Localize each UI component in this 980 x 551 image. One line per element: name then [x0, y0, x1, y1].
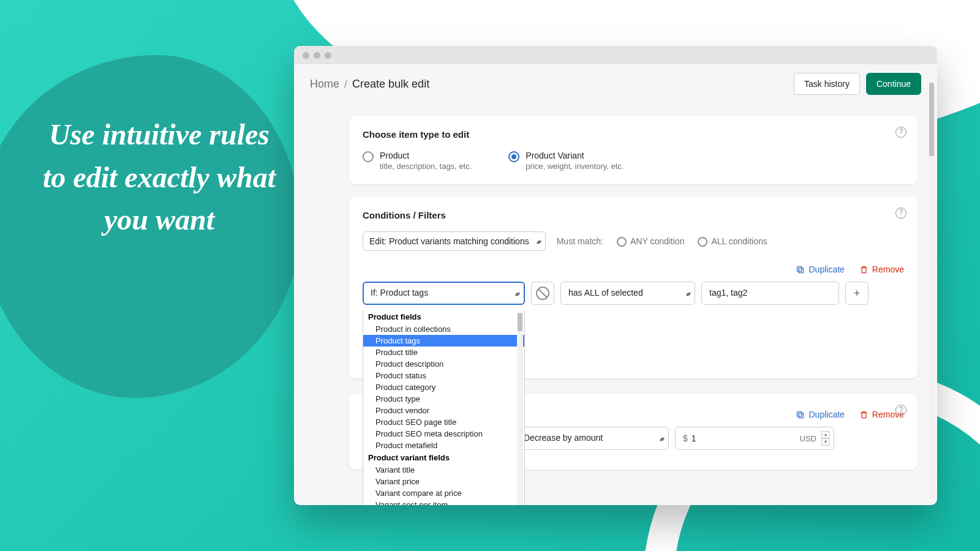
svg-rect-2 [799, 413, 804, 418]
continue-button[interactable]: Continue [866, 73, 921, 95]
item-type-title: Choose item type to edit [363, 129, 904, 140]
remove-button[interactable]: Remove [859, 264, 904, 274]
condition-value-input[interactable]: tag1, tag2 [701, 282, 839, 305]
dropdown-option[interactable]: Product in collections [363, 323, 524, 335]
dropdown-option[interactable]: Product title [363, 347, 524, 358]
page-content: ? Choose item type to edit Product title… [294, 116, 937, 489]
updown-caret-icon: ▴▾ [515, 290, 519, 297]
amount-value: 1 [692, 433, 696, 443]
dropdown-option[interactable]: Product SEO meta description [363, 428, 524, 440]
radio-label: Product Variant [526, 151, 624, 160]
radio-item-product[interactable]: Product title, description, tags, etc. [363, 151, 472, 171]
edit-scope-select[interactable]: Edit: Product variants matching conditio… [363, 231, 546, 251]
dropdown-group-header: Product fields [363, 310, 524, 323]
conditions-title: Conditions / Filters [363, 210, 904, 220]
dropdown-group-header: Product variant fields [363, 451, 524, 464]
remove-label: Remove [872, 264, 904, 274]
add-condition-button[interactable]: + [845, 282, 869, 305]
condition-field-dropdown[interactable]: Product fieldsProduct in collectionsProd… [363, 310, 525, 505]
trash-icon [859, 410, 869, 419]
edit-scope-value: Product variants matching conditions [389, 236, 529, 246]
app-window: Home / Create bulk edit Task history Con… [294, 46, 937, 505]
number-spinner[interactable]: ▴ ▾ [821, 431, 830, 446]
task-history-button[interactable]: Task history [794, 73, 860, 95]
dropdown-option[interactable]: Variant cost per item [363, 499, 524, 505]
breadcrumb-current: Create bulk edit [352, 78, 429, 90]
dropdown-option[interactable]: Product vendor [363, 405, 524, 416]
dropdown-option[interactable]: Variant price [363, 476, 524, 487]
radio-label: ANY condition [630, 236, 684, 246]
radio-icon [698, 237, 707, 247]
dropdown-option[interactable]: Product description [363, 358, 524, 370]
duplicate-button[interactable]: Duplicate [796, 264, 844, 274]
edit-operator-select[interactable]: Decrease by amount ▴▾ [516, 427, 669, 450]
edit-amount-input[interactable]: $ 1 USD ▴ ▾ [675, 427, 834, 450]
duplicate-label: Duplicate [809, 410, 844, 419]
traffic-light-min-icon[interactable] [314, 52, 320, 59]
dropdown-option[interactable]: Product metafield [363, 440, 524, 451]
page-header: Home / Create bulk edit Task history Con… [294, 64, 937, 103]
item-type-card: ? Choose item type to edit Product title… [349, 116, 918, 184]
help-icon[interactable]: ? [895, 208, 907, 219]
traffic-light-close-icon[interactable] [303, 52, 309, 59]
window-titlebar [294, 46, 937, 64]
dropdown-option[interactable]: Product SEO page title [363, 416, 524, 428]
duplicate-icon [796, 410, 805, 419]
condition-row: If: Product tags ▴▾ has ALL of selected … [363, 282, 904, 305]
updown-caret-icon: ▴▾ [686, 290, 690, 297]
conditions-card: ? Conditions / Filters Edit: Product var… [349, 197, 918, 378]
dropdown-option[interactable]: Product type [363, 393, 524, 405]
breadcrumb: Home / Create bulk edit [310, 78, 429, 91]
radio-icon [363, 151, 374, 162]
dropdown-option[interactable]: Product tags [363, 335, 524, 347]
spinner-up-icon[interactable]: ▴ [821, 431, 830, 438]
svg-rect-1 [797, 266, 802, 271]
radio-icon [617, 237, 627, 247]
currency-symbol: $ [683, 433, 688, 443]
condition-operator-value: has ALL of selected [568, 288, 643, 298]
help-icon[interactable]: ? [895, 127, 907, 138]
edit-scope-prefix: Edit: [369, 236, 386, 246]
breadcrumb-home[interactable]: Home [310, 78, 339, 90]
duplicate-label: Duplicate [809, 264, 844, 274]
condition-value-text: tag1, tag2 [709, 288, 747, 298]
condition-field-select[interactable]: If: Product tags ▴▾ [363, 282, 525, 305]
dropdown-option[interactable]: Variant compare at price [363, 487, 524, 499]
svg-rect-3 [797, 411, 802, 416]
must-match-label: Must match: [557, 236, 603, 246]
trash-icon [859, 265, 869, 274]
radio-label: Product [380, 151, 472, 160]
main-scrollbar[interactable] [929, 83, 935, 499]
radio-icon [508, 151, 519, 162]
marketing-headline: Use intuitive rules to edit exactly what… [37, 113, 282, 241]
updown-caret-icon: ▴▾ [537, 238, 540, 245]
currency-code: USD [800, 434, 816, 443]
traffic-light-max-icon[interactable] [325, 52, 331, 59]
condition-operator-select[interactable]: has ALL of selected ▴▾ [560, 282, 695, 305]
help-icon[interactable]: ? [895, 405, 907, 416]
radio-sub: title, description, tags, etc. [380, 162, 472, 171]
negate-button[interactable] [531, 282, 554, 305]
condition-field-value: If: Product tags [371, 288, 428, 298]
duplicate-icon [796, 265, 805, 274]
spinner-down-icon[interactable]: ▾ [821, 438, 830, 446]
currency-unit: USD ▴ ▾ [800, 431, 830, 446]
conditions-top-row: Edit: Product variants matching conditio… [363, 231, 904, 251]
radio-item-product-variant[interactable]: Product Variant price, weight, inventory… [508, 151, 624, 171]
condition-actions: Duplicate Remove [363, 264, 904, 274]
radio-any-condition[interactable]: ANY condition [617, 236, 684, 247]
item-type-radio-group: Product title, description, tags, etc. P… [363, 151, 904, 171]
edit-operator-value: Decrease by amount [524, 433, 603, 443]
radio-all-conditions[interactable]: ALL conditions [698, 236, 767, 247]
dropdown-option[interactable]: Product status [363, 370, 524, 381]
dropdown-option[interactable]: Variant title [363, 464, 524, 476]
svg-rect-0 [799, 268, 804, 273]
scrollbar[interactable] [517, 313, 523, 505]
updown-caret-icon: ▴▾ [660, 435, 663, 442]
duplicate-button[interactable]: Duplicate [796, 410, 844, 419]
radio-label: ALL conditions [711, 236, 767, 246]
dropdown-option[interactable]: Product category [363, 381, 524, 393]
breadcrumb-sep: / [344, 78, 347, 90]
radio-sub: price, weight, inventory, etc. [526, 162, 624, 171]
